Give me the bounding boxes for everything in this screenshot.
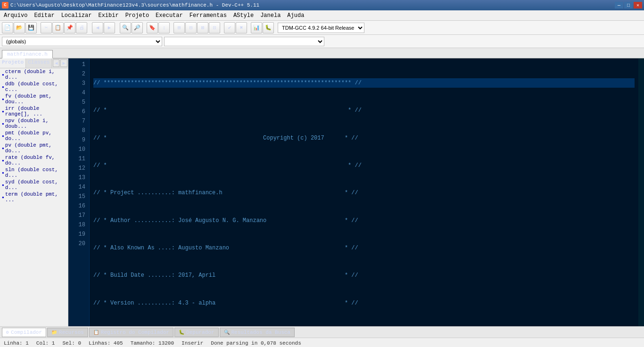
line-num-2: 2 bbox=[72, 70, 85, 79]
menu-editar[interactable]: Editar bbox=[31, 11, 57, 20]
replace-button[interactable]: 🔎 bbox=[132, 22, 143, 33]
sidebar-tabs: Projeto Classes ◀ ▶ bbox=[0, 58, 68, 68]
dot-icon-3: ● bbox=[2, 109, 4, 114]
sidebar-nav-next[interactable]: ▶ bbox=[60, 59, 67, 67]
dot-icon-1: ● bbox=[2, 85, 4, 89]
stop-button[interactable]: ✖ bbox=[236, 22, 247, 33]
find-button[interactable]: 🔍 bbox=[120, 22, 131, 33]
line-num-14: 14 bbox=[72, 183, 85, 192]
symbol-combo[interactable] bbox=[164, 37, 324, 46]
close-button[interactable]: ✕ bbox=[634, 2, 642, 8]
dot-icon-0: ● bbox=[2, 73, 4, 77]
code-editor[interactable]: 1 2 3 4 5 6 7 8 9 10 11 12 13 14 15 16 1… bbox=[68, 58, 644, 326]
back-button[interactable]: ◀ bbox=[92, 22, 103, 33]
menu-arquivo[interactable]: Arquivo bbox=[1, 11, 30, 20]
sidebar-tab-classes[interactable]: Classes bbox=[26, 58, 52, 68]
forward-button[interactable]: ▶ bbox=[104, 22, 115, 33]
sidebar-item-8[interactable]: ● sln (double cost, d... bbox=[0, 166, 68, 179]
build-config-combo[interactable]: TDM-GCC 4.9.2 64-bit Release bbox=[278, 23, 364, 33]
view2-button[interactable]: ⊟ bbox=[185, 22, 197, 33]
line-num-20: 20 bbox=[72, 240, 85, 249]
line-num-3: 3 bbox=[72, 79, 85, 89]
menu-localizar[interactable]: Localizar bbox=[58, 11, 95, 20]
code-lines[interactable]: // *************************************… bbox=[90, 58, 638, 326]
sidebar-item-2[interactable]: ● fv (double pmt, dou... bbox=[0, 93, 68, 105]
menu-janela[interactable]: Janela bbox=[257, 11, 283, 20]
sidebar-item-0[interactable]: ● cterm (double i, d... bbox=[0, 68, 68, 81]
title-bar-left: C C:\Users\Augusto\Desktop\MathFinance12… bbox=[2, 2, 259, 8]
extra-buttons: 📊 🐛 bbox=[251, 22, 274, 33]
bottom-tab-recursos[interactable]: 📁 Recursos bbox=[47, 328, 88, 337]
status-lines: Linhas: 405 bbox=[89, 340, 123, 346]
line-num-8: 8 bbox=[72, 126, 85, 136]
sidebar-item-1[interactable]: ● ddb (double cost, c... bbox=[0, 81, 68, 93]
bottom-tab-compilador[interactable]: ⚙ Compilador bbox=[2, 328, 46, 337]
view3-button[interactable]: ⊠ bbox=[197, 22, 208, 33]
save-button[interactable]: 💾 bbox=[25, 22, 37, 33]
menu-bar: Arquivo Editar Localizar Exibir Projeto … bbox=[0, 10, 644, 21]
line-num-17: 17 bbox=[72, 211, 85, 221]
depurador-icon: 🐛 bbox=[179, 330, 184, 335]
sidebar-item-label-4: npv (double i, doub... bbox=[5, 118, 66, 129]
dot-icon-7: ● bbox=[2, 158, 4, 163]
print-button[interactable]: 🖨 bbox=[76, 22, 87, 33]
status-size: Tamanho: 13200 bbox=[131, 340, 174, 346]
sidebar-item-label-3: irr (double range[], ... bbox=[5, 106, 66, 117]
window-controls[interactable]: — □ ✕ bbox=[615, 2, 642, 8]
bottom-tab-busca[interactable]: 🔍 Resultados da Busca bbox=[220, 328, 295, 337]
run-buttons: ✔ ✖ bbox=[224, 22, 247, 33]
debug-button[interactable]: 🐛 bbox=[263, 22, 274, 33]
sidebar-item-label-0: cterm (double i, d... bbox=[5, 69, 66, 80]
line-num-7: 7 bbox=[72, 117, 85, 126]
sidebar-item-label-7: rate (double fv, do... bbox=[5, 155, 66, 166]
sidebar-item-5[interactable]: ● pmt (double pv, do... bbox=[0, 130, 68, 142]
sidebar-item-4[interactable]: ● npv (double i, doub... bbox=[0, 117, 68, 130]
line-num-11: 11 bbox=[72, 155, 85, 164]
check-button[interactable]: ✔ bbox=[224, 22, 235, 33]
view1-button[interactable]: ⊞ bbox=[173, 22, 185, 33]
line-num-15: 15 bbox=[72, 192, 85, 202]
new-button[interactable]: 📄 bbox=[2, 22, 13, 33]
sidebar-item-6[interactable]: ● pv (double pmt, do... bbox=[0, 142, 68, 154]
sidebar-item-label-8: sln (double cost, d... bbox=[5, 167, 66, 178]
dot-icon-4: ● bbox=[2, 122, 4, 126]
code-line-2: // * * // bbox=[93, 106, 635, 116]
menu-astyle[interactable]: AStyle bbox=[231, 11, 256, 20]
menu-executar[interactable]: Executar bbox=[153, 11, 186, 20]
vertical-scrollbar[interactable] bbox=[638, 58, 644, 326]
sidebar-item-3[interactable]: ● irr (double range[], ... bbox=[0, 105, 68, 117]
cut-button[interactable]: ✂ bbox=[41, 22, 52, 33]
bookmark-button[interactable]: 🔖 bbox=[147, 22, 158, 33]
menu-ajuda[interactable]: Ajuda bbox=[284, 11, 307, 20]
line-num-10: 10 bbox=[72, 145, 85, 155]
line-num-4: 4 bbox=[72, 89, 85, 98]
bottom-tab-registro[interactable]: 📋 Registro do Compilador bbox=[89, 328, 173, 337]
bottom-tab-depurador[interactable]: 🐛 Depurador bbox=[174, 328, 218, 337]
sidebar-item-10[interactable]: ● term (double pmt, ... bbox=[0, 191, 68, 203]
chart-button[interactable]: 📊 bbox=[251, 22, 262, 33]
open-button[interactable]: 📂 bbox=[14, 22, 25, 33]
menu-projeto[interactable]: Projeto bbox=[123, 11, 152, 20]
maximize-button[interactable]: □ bbox=[624, 2, 633, 8]
menu-exibir[interactable]: Exibir bbox=[95, 11, 121, 20]
code-line-7: // * Also Known As ....: Augusto Manzano… bbox=[93, 244, 635, 253]
sidebar-item-7[interactable]: ● rate (double fv, do... bbox=[0, 154, 68, 166]
copy-button[interactable]: 📋 bbox=[52, 22, 64, 33]
line-num-13: 13 bbox=[72, 174, 85, 183]
line-num-9: 9 bbox=[72, 136, 85, 145]
sidebar-tab-projeto[interactable]: Projeto bbox=[0, 58, 26, 68]
sidebar-item-9[interactable]: ● syd (double cost, d... bbox=[0, 179, 68, 191]
bottom-tabs: ⚙ Compilador 📁 Recursos 📋 Registro do Co… bbox=[0, 326, 644, 338]
toolbar-main: 📄 📂 💾 ✂ 📋 📌 🖨 ◀ ▶ 🔍 🔎 🔖 ↕ ⊞ ⊟ ⊠ ⊡ ✔ ✖ 📊 … bbox=[0, 21, 644, 35]
minimize-button[interactable]: — bbox=[615, 2, 623, 8]
menu-ferramentas[interactable]: Ferramentas bbox=[187, 11, 230, 20]
line-num-6: 6 bbox=[72, 107, 85, 117]
view4-button[interactable]: ⊡ bbox=[209, 22, 220, 33]
bookmark-nav[interactable]: ↕ bbox=[158, 22, 170, 33]
paste-button[interactable]: 📌 bbox=[64, 22, 75, 33]
status-message: Done parsing in 0,078 seconds bbox=[211, 340, 301, 346]
toolbar-secondary: (globals) bbox=[0, 35, 644, 48]
scope-combo[interactable]: (globals) bbox=[2, 37, 162, 46]
sidebar-nav-prev[interactable]: ◀ bbox=[53, 59, 59, 67]
tab-mathfinance-h[interactable]: mathfinance.h bbox=[2, 50, 53, 58]
